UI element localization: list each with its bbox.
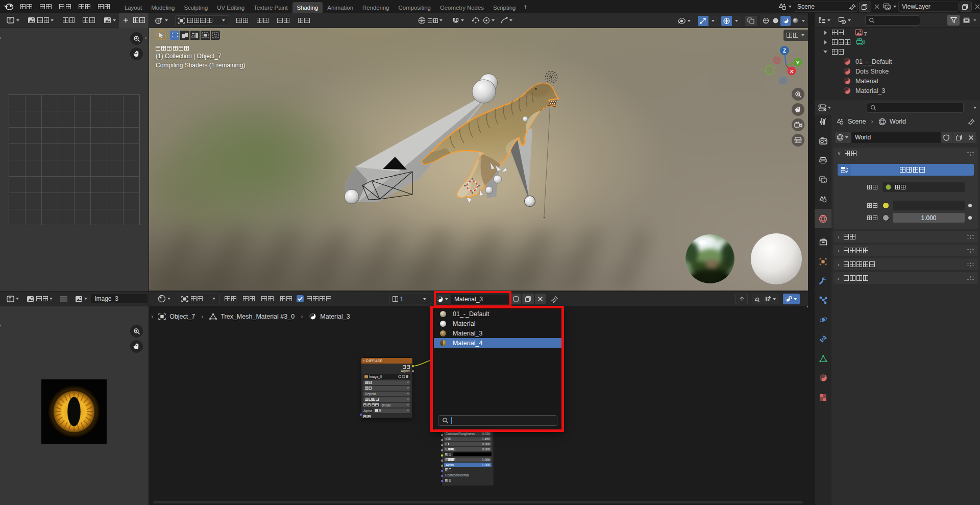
svg-text:X: X bbox=[790, 68, 794, 74]
svg-text:Z: Z bbox=[783, 48, 786, 54]
svg-text:Y: Y bbox=[796, 60, 800, 65]
